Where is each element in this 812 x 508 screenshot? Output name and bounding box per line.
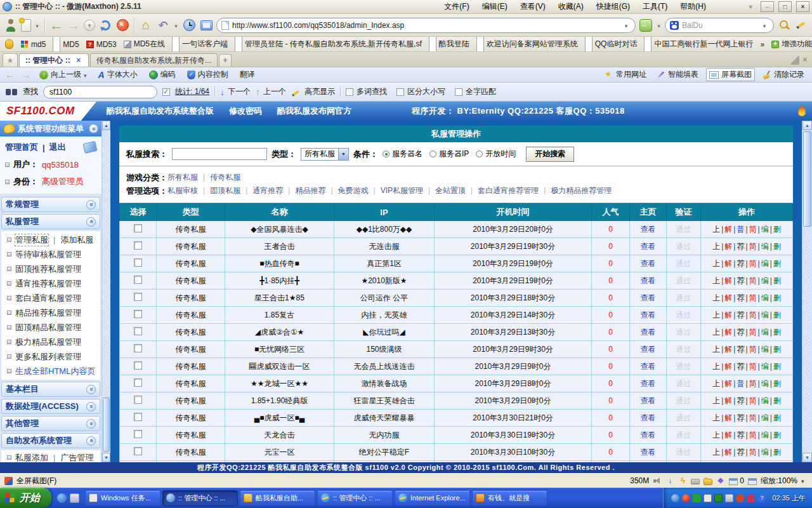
restore-button[interactable] [778, 1, 792, 12]
taskbar-task[interactable]: :: 管理中心 :: ... [162, 490, 238, 506]
zoom-level[interactable]: 缩放:100% [761, 476, 797, 486]
op-link[interactable]: 简 [749, 328, 757, 337]
op-link[interactable]: 解 [724, 413, 732, 422]
nav-back-icon[interactable] [5, 69, 15, 80]
op-link[interactable]: 编 [761, 328, 769, 337]
op-link[interactable]: 上 [712, 431, 720, 439]
scroll-down-icon[interactable] [102, 453, 110, 462]
bookmark-item[interactable]: 管理员登陆 - 传奇私服自助发布系统,新开传奇私服,sf [235, 37, 422, 52]
scroll-thumb[interactable] [803, 131, 811, 227]
bookmark-item[interactable]: 中国工商银行新一代网上银行 [644, 37, 753, 52]
up-level-dropdown-icon[interactable] [84, 70, 87, 79]
undo-dropdown-icon[interactable] [173, 21, 179, 30]
tray-icon[interactable] [736, 494, 744, 502]
browser-tab[interactable]: :: 管理中心 :: [19, 53, 89, 67]
op-link[interactable]: 荐 [737, 293, 744, 302]
row-homepage-link[interactable]: 查看 [641, 362, 656, 371]
op-link[interactable]: 简 [749, 276, 757, 285]
section-chevron-icon[interactable] [86, 436, 96, 446]
op-link[interactable]: 上 [712, 362, 720, 371]
folder-icon[interactable] [704, 479, 712, 485]
op-link[interactable]: 编 [761, 396, 769, 405]
row-checkbox[interactable] [134, 241, 142, 250]
op-link[interactable]: 删 [773, 328, 781, 337]
address-dropdown-icon[interactable] [622, 21, 631, 30]
row-homepage-link[interactable]: 查看 [641, 413, 656, 422]
op-link[interactable]: 编 [761, 293, 769, 302]
op-link[interactable]: 上 [712, 276, 720, 285]
logout-link[interactable]: 退出 [49, 142, 66, 153]
op-link[interactable]: 解 [724, 362, 732, 371]
tray-icon[interactable] [714, 494, 723, 502]
tray-icon[interactable] [693, 494, 701, 502]
bookmark-item[interactable]: 一句话客户端 [172, 37, 228, 52]
tray-icon[interactable] [747, 494, 755, 502]
op-link[interactable]: 荐 [737, 259, 744, 268]
op-link[interactable]: 解 [724, 293, 732, 302]
find-option[interactable]: 多词查找 [346, 86, 387, 97]
op-link[interactable]: 简 [749, 379, 757, 388]
row-homepage-link[interactable]: 查看 [641, 396, 656, 405]
speaker-icon[interactable] [653, 476, 662, 485]
main-scrollbar[interactable] [802, 121, 812, 462]
op-link[interactable]: 编 [761, 225, 769, 234]
row-homepage-link[interactable]: 查看 [641, 431, 656, 439]
op-link[interactable]: 删 [773, 396, 781, 405]
section-chevron-icon[interactable] [86, 217, 96, 227]
sidebar-collapse-icon[interactable] [89, 124, 98, 133]
op-link[interactable]: 编 [761, 431, 769, 439]
row-checkbox[interactable] [134, 447, 142, 455]
ad-manage-link[interactable]: 广告管理 [60, 452, 93, 463]
row-homepage-link[interactable]: 查看 [641, 328, 656, 337]
op-link[interactable]: 上 [712, 242, 720, 251]
menu-item[interactable]: 查看(V) [514, 0, 552, 13]
op-link[interactable]: 普 [737, 225, 744, 234]
condition-radio[interactable]: 服务器名 [383, 149, 422, 159]
find-stat[interactable]: 统计: 1/64 [175, 86, 209, 97]
home-icon[interactable] [139, 18, 153, 33]
menu-item[interactable]: 工具(T) [636, 0, 674, 13]
op-link[interactable]: 删 [773, 276, 781, 285]
address-bar[interactable] [216, 18, 636, 33]
bookmark-item[interactable]: QQ临时对话 [585, 37, 638, 52]
op-link[interactable]: 荐 [737, 362, 744, 371]
op-link[interactable]: 简 [749, 242, 757, 251]
section-chevron-icon[interactable] [86, 200, 96, 210]
close-button[interactable] [796, 1, 809, 12]
header-link[interactable]: 酷我私服自助发布系统整合版 [107, 105, 214, 117]
op-link[interactable]: 解 [724, 328, 732, 337]
security-shield-icon[interactable] [5, 39, 13, 49]
header-link[interactable]: 酷我私服发布网官方 [277, 105, 351, 117]
quick-launch-icon-2[interactable] [70, 493, 79, 503]
bar-close-icon[interactable] [801, 56, 809, 65]
op-link[interactable]: 简 [749, 225, 757, 234]
find-option-checkbox[interactable] [396, 88, 404, 96]
sidebar-section[interactable]: 数据处理(ACCESS) [1, 399, 100, 414]
server-search-input[interactable] [172, 148, 267, 160]
sidebar-item-link[interactable]: 固顶精品私服管理 [15, 322, 81, 333]
row-checkbox[interactable] [134, 430, 142, 438]
start-button[interactable]: 开始 [0, 488, 51, 508]
restore-window-icon[interactable] [748, 478, 757, 485]
quick-launch-icon-1[interactable] [57, 493, 67, 503]
classify-link[interactable]: 所有私服 [167, 171, 198, 184]
op-link[interactable]: 上 [712, 259, 720, 268]
tray-icon[interactable] [671, 494, 679, 502]
bookmark-item[interactable]: 欢迎访问备案网站管理系统 [476, 37, 578, 52]
op-link[interactable]: 解 [724, 379, 732, 388]
sidebar-item-link[interactable]: 通宵推荐私服管理 [15, 278, 81, 290]
op-link[interactable]: 解 [724, 345, 732, 354]
classify-link[interactable]: 传奇私服 [198, 171, 240, 184]
section-chevron-icon[interactable] [86, 385, 96, 394]
lightning-icon[interactable] [678, 476, 687, 485]
radio-icon[interactable] [383, 150, 390, 157]
op-link[interactable]: 荐 [737, 431, 744, 439]
search-icon[interactable] [777, 18, 791, 33]
search-engine-label[interactable]: BaiDu [682, 21, 757, 30]
nav-forward-icon[interactable] [21, 69, 30, 80]
option-link[interactable]: VIP私服管理 [369, 184, 423, 197]
option-link[interactable]: 全站置顶 [423, 184, 466, 197]
sidebar-item-link[interactable]: 生成全部HTML内容页 [15, 366, 95, 377]
taskbar-task[interactable]: Internet Explore... [395, 490, 470, 506]
row-checkbox[interactable] [134, 396, 142, 404]
